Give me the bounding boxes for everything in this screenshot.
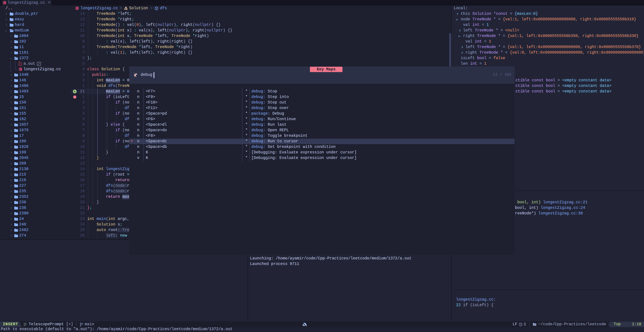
svg-text:10: 10 [19,64,21,66]
